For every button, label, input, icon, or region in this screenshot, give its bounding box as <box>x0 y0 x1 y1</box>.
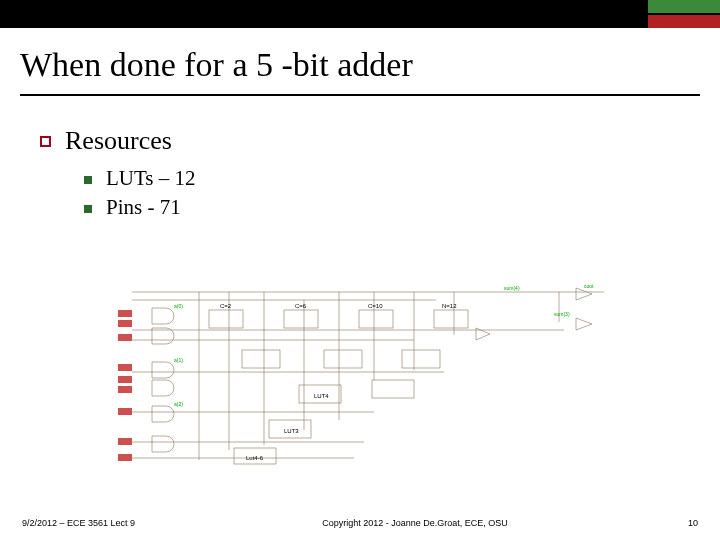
svg-rect-35 <box>118 438 132 445</box>
svg-text:a(0): a(0) <box>174 303 183 309</box>
svg-rect-31 <box>118 364 132 371</box>
slide-title: When done for a 5 -bit adder <box>20 46 700 84</box>
svg-rect-20 <box>434 310 468 328</box>
bullet-level2-text: Pins - 71 <box>106 195 181 220</box>
bullet-level1: Resources <box>40 126 680 156</box>
topbar-accent <box>648 0 720 28</box>
svg-rect-33 <box>118 386 132 393</box>
svg-rect-23 <box>402 350 440 368</box>
svg-text:a(2): a(2) <box>174 401 183 407</box>
svg-rect-29 <box>118 320 132 327</box>
bullet-level2: Pins - 71 <box>84 195 680 220</box>
svg-text:sum(4): sum(4) <box>504 285 520 291</box>
svg-text:LUT4: LUT4 <box>314 393 329 399</box>
bullet-level1-text: Resources <box>65 126 172 156</box>
title-underline <box>20 94 700 96</box>
svg-text:LUT3: LUT3 <box>284 428 299 434</box>
svg-rect-18 <box>284 310 318 328</box>
topbar-black <box>0 0 648 28</box>
svg-rect-22 <box>324 350 362 368</box>
topbar-red <box>648 14 720 28</box>
svg-text:a(1): a(1) <box>174 357 183 363</box>
svg-rect-25 <box>372 380 414 398</box>
square-bullet-icon <box>40 136 51 147</box>
footer-copyright: Copyright 2012 - Joanne De.Groat, ECE, O… <box>162 518 668 528</box>
svg-rect-17 <box>209 310 243 328</box>
svg-text:C=6: C=6 <box>295 303 307 309</box>
svg-text:C=10: C=10 <box>368 303 383 309</box>
schematic-diagram: a(0) a(1) a(2) sum(4) sum(3) cout C=2 C=… <box>114 280 614 470</box>
slide-footer: 9/2/2012 – ECE 3561 Lect 9 Copyright 201… <box>0 518 720 528</box>
svg-rect-34 <box>118 408 132 415</box>
slide-top-bar <box>0 0 720 28</box>
footer-date: 9/2/2012 – ECE 3561 Lect 9 <box>22 518 162 528</box>
svg-rect-28 <box>118 310 132 317</box>
sublist: LUTs – 12 Pins - 71 <box>40 166 680 220</box>
svg-text:Lut4-6: Lut4-6 <box>246 455 264 461</box>
svg-text:N=12: N=12 <box>442 303 457 309</box>
footer-page-number: 10 <box>668 518 698 528</box>
svg-rect-19 <box>359 310 393 328</box>
svg-text:C=2: C=2 <box>220 303 232 309</box>
topbar-green <box>648 0 720 14</box>
svg-rect-32 <box>118 376 132 383</box>
bullet-level2: LUTs – 12 <box>84 166 680 191</box>
content-area: Resources LUTs – 12 Pins - 71 <box>0 102 720 220</box>
svg-text:cout: cout <box>584 283 594 289</box>
filled-square-icon <box>84 176 92 184</box>
svg-rect-21 <box>242 350 280 368</box>
filled-square-icon <box>84 205 92 213</box>
title-area: When done for a 5 -bit adder <box>0 28 720 102</box>
bullet-level2-text: LUTs – 12 <box>106 166 196 191</box>
svg-text:sum(3): sum(3) <box>554 311 570 317</box>
svg-rect-30 <box>118 334 132 341</box>
svg-rect-36 <box>118 454 132 461</box>
